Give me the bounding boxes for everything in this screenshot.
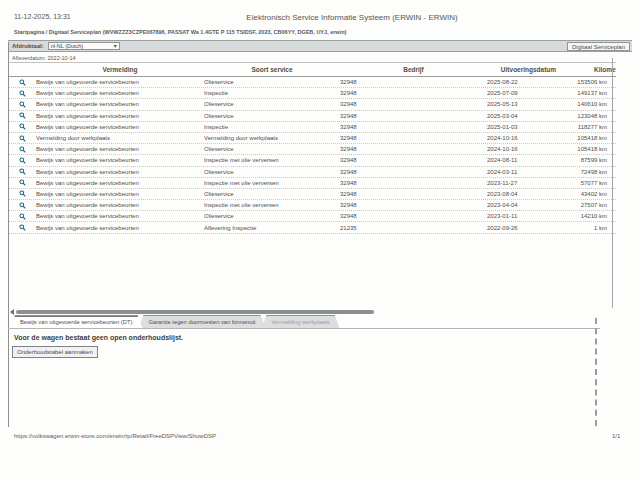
magnifier-icon[interactable]	[19, 79, 26, 86]
cell-soort-service: Olieservice	[204, 113, 340, 119]
cell-bedrijf: 21235	[340, 225, 487, 231]
cell-uitvoeringsdatum: 2025-08-22	[487, 79, 570, 85]
table-row: Bewijs van uitgevoerde servicebeurten Ol…	[8, 167, 616, 178]
language-label: Afdruktaal:	[12, 43, 44, 49]
cell-soort-service: Olieservice	[204, 213, 340, 219]
tab-bewijs-servicebeurten[interactable]: Bewijs van uitgevoerde servicebeurten (D…	[10, 315, 142, 328]
cell-vermelding: Vermelding door werkplaats	[36, 135, 204, 141]
cell-vermelding: Bewijs van uitgevoerde servicebeurten	[36, 191, 204, 197]
table-row: Bewijs van uitgevoerde servicebeurten Ol…	[8, 77, 616, 88]
create-maintenance-table-button[interactable]: Onderhoudstabel aanmaken	[12, 346, 98, 358]
language-select[interactable]: nl-NL (Dutch) ▾	[48, 42, 120, 50]
magnifier-icon[interactable]	[19, 123, 26, 130]
digitaal-serviceplan-button[interactable]: Digitaal Serviceplan	[567, 42, 630, 51]
cell-soort-service: Inspectie met olie verversen	[204, 180, 340, 186]
table-row: Bewijs van uitgevoerde servicebeurten Ol…	[8, 111, 616, 122]
table-row: Bewijs van uitgevoerde servicebeurten In…	[8, 88, 616, 99]
chevron-down-icon: ▾	[114, 44, 117, 48]
table-row: Bewijs van uitgevoerde servicebeurten Af…	[8, 222, 616, 233]
table-row: Bewijs van uitgevoerde servicebeurten In…	[8, 200, 616, 211]
cell-kilometerstand: 153506 km	[570, 79, 616, 85]
scroll-left-icon[interactable]	[10, 309, 14, 315]
table-row: Vermelding door werkplaats Vermelding do…	[8, 133, 616, 144]
cell-soort-service: Olieservice	[204, 146, 340, 152]
cell-bedrijf: 32948	[340, 90, 487, 96]
table-header-row: Vermelding Soort service Bedrijf Uitvoer…	[8, 62, 616, 77]
cell-kilometerstand: 140610 km	[570, 101, 616, 107]
cell-soort-service: Aflevering Inspectie	[204, 225, 340, 231]
magnifier-icon[interactable]	[19, 179, 26, 186]
cell-uitvoeringsdatum: 2024-10-16	[487, 135, 570, 141]
magnifier-icon[interactable]	[19, 146, 26, 153]
cell-bedrijf: 32948	[340, 79, 487, 85]
cell-soort-service: Olieservice	[204, 101, 340, 107]
cell-kilometerstand: 123048 km	[570, 113, 616, 119]
cell-vermelding: Bewijs van uitgevoerde servicebeurten	[36, 113, 204, 119]
cell-kilometerstand: 105418 km	[570, 146, 616, 152]
cell-soort-service: Inspectie met olie verversen	[204, 202, 340, 208]
page-title: Elektronisch Service Informatie Systeem …	[246, 13, 457, 22]
cell-uitvoeringsdatum: 2024-10-16	[487, 146, 570, 152]
cell-bedrijf: 32948	[340, 146, 487, 152]
magnifier-icon[interactable]	[19, 101, 26, 108]
cell-soort-service: Olieservice	[204, 169, 340, 175]
cell-kilometerstand: 27507 km	[570, 202, 616, 208]
service-table: Vermelding Soort service Bedrijf Uitvoer…	[8, 62, 616, 234]
print-datetime: 11-12-2025, 13:31	[14, 13, 71, 20]
cell-uitvoeringsdatum: 2024-08-11	[487, 157, 570, 163]
delivery-date: Afleverdatum: 2022-10-14	[12, 55, 76, 61]
magnifier-icon[interactable]	[19, 213, 26, 220]
cell-uitvoeringsdatum: 2025-07-09	[487, 90, 570, 96]
magnifier-icon[interactable]	[19, 112, 26, 119]
cell-soort-service: Olieservice	[204, 191, 340, 197]
printed-page: 11-12-2025, 13:31 Elektronisch Service I…	[0, 0, 640, 480]
cell-uitvoeringsdatum: 2023-04-04	[487, 202, 570, 208]
magnifier-icon[interactable]	[19, 135, 26, 142]
no-open-maintenance-message: Voor de wagen bestaat geen open onderhou…	[14, 334, 183, 341]
cell-kilometerstand: 1 km	[570, 225, 616, 231]
cell-soort-service: Olieservice	[204, 79, 340, 85]
cell-bedrijf: 32948	[340, 135, 487, 141]
header-kilometerstand: Kilometerstand	[570, 66, 616, 73]
magnifier-icon[interactable]	[19, 190, 26, 197]
cell-bedrijf: 32948	[340, 213, 487, 219]
cell-soort-service: Inspectie	[204, 90, 340, 96]
magnifier-icon[interactable]	[19, 90, 26, 97]
cell-uitvoeringsdatum: 2025-05-13	[487, 101, 570, 107]
table-row: Bewijs van uitgevoerde servicebeurten In…	[8, 155, 616, 166]
tab-garantie-doorroesten[interactable]: Garantie tegen doorroesten van binnenuit	[138, 315, 265, 328]
cell-vermelding: Bewijs van uitgevoerde servicebeurten	[36, 225, 204, 231]
cell-bedrijf: 32948	[340, 101, 487, 107]
magnifier-icon[interactable]	[19, 202, 26, 209]
cell-soort-service: Vermelding door werkplaats	[204, 135, 340, 141]
table-row: Bewijs van uitgevoerde servicebeurten Ol…	[8, 144, 616, 155]
magnifier-icon[interactable]	[19, 168, 26, 175]
cell-bedrijf: 32948	[340, 180, 487, 186]
table-row: Bewijs van uitgevoerde servicebeurten Ol…	[8, 211, 616, 222]
horizontal-scrollbar-thumb[interactable]	[16, 310, 374, 314]
cell-bedrijf: 32948	[340, 157, 487, 163]
cell-kilometerstand: 14210 km	[570, 213, 616, 219]
cell-kilometerstand: 72498 km	[570, 169, 616, 175]
cell-vermelding: Bewijs van uitgevoerde servicebeurten	[36, 90, 204, 96]
cell-vermelding: Bewijs van uitgevoerde servicebeurten	[36, 202, 204, 208]
vertical-scrollbar[interactable]	[595, 318, 598, 426]
cell-vermelding: Bewijs van uitgevoerde servicebeurten	[36, 79, 204, 85]
tab-vermelding-werkplaats[interactable]: Vermelding werkplaats	[261, 315, 339, 328]
cell-kilometerstand: 149137 km	[570, 90, 616, 96]
breadcrumb: Startpagina / Digitaal Serviceplan (WVWZ…	[14, 29, 346, 35]
cell-soort-service: Inspectie met olie verversen	[204, 157, 340, 163]
cell-kilometerstand: 105418 km	[570, 135, 616, 141]
table-right-border	[612, 58, 613, 308]
horizontal-scrollbar[interactable]	[10, 308, 612, 315]
cell-uitvoeringsdatum: 2024-03-11	[487, 169, 570, 175]
cell-kilometerstand: 43402 km	[570, 191, 616, 197]
table-row: Bewijs van uitgevoerde servicebeurten In…	[8, 178, 616, 189]
cell-vermelding: Bewijs van uitgevoerde servicebeurten	[36, 146, 204, 152]
table-row: Bewijs van uitgevoerde servicebeurten In…	[8, 122, 616, 133]
magnifier-icon[interactable]	[19, 157, 26, 164]
table-row: Bewijs van uitgevoerde servicebeurten Ol…	[8, 189, 616, 200]
cell-kilometerstand: 87599 km	[570, 157, 616, 163]
cell-kilometerstand: 118277 km	[570, 124, 616, 130]
magnifier-icon[interactable]	[19, 224, 26, 231]
